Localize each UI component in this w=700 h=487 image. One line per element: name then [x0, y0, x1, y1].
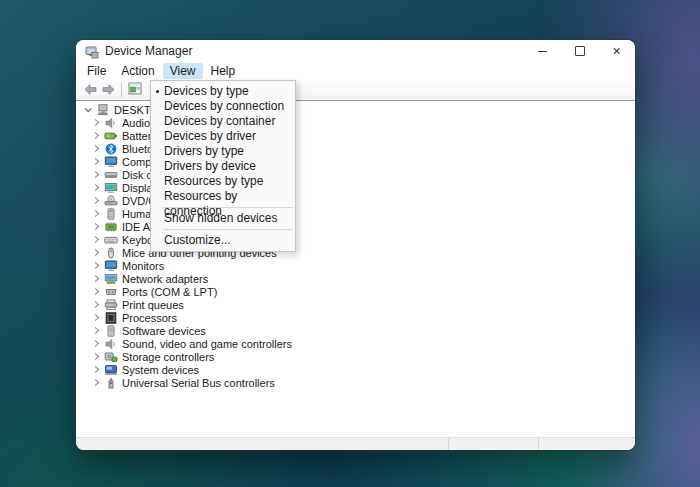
- tree-item-label: Monitors: [122, 260, 164, 272]
- menubar-item-help[interactable]: Help: [204, 63, 243, 79]
- printer-icon: [104, 299, 118, 311]
- expand-chevron-icon[interactable]: [90, 354, 101, 359]
- tree-item-universal-serial-bus-controllers[interactable]: Universal Serial Bus controllers: [76, 376, 635, 389]
- expand-chevron-icon[interactable]: [90, 302, 101, 307]
- window-title: Device Manager: [105, 44, 192, 58]
- tree-item-label: Sound, video and game controllers: [122, 338, 292, 350]
- expand-chevron-icon[interactable]: [90, 276, 101, 281]
- expand-chevron-icon[interactable]: [90, 185, 101, 190]
- tree-item-label: System devices: [122, 364, 199, 376]
- dvd-icon: [104, 195, 118, 207]
- menu-item-label: Drivers by type: [164, 144, 244, 158]
- collapse-chevron-icon[interactable]: [82, 107, 93, 112]
- menubar-item-action[interactable]: Action: [114, 63, 161, 79]
- view-menu-item-devices-by-connection[interactable]: Devices by connection: [151, 99, 295, 114]
- menu-item-label: Devices by container: [164, 114, 275, 128]
- minimize-button[interactable]: [524, 40, 561, 62]
- expand-chevron-icon[interactable]: [90, 224, 101, 229]
- expand-chevron-icon[interactable]: [90, 198, 101, 203]
- expand-chevron-icon[interactable]: [90, 120, 101, 125]
- tree-item-system-devices[interactable]: System devices: [76, 363, 635, 376]
- view-menu-item-devices-by-type[interactable]: Devices by type: [151, 84, 295, 99]
- menu-item-label: Show hidden devices: [164, 211, 277, 225]
- tree-item-label: Processors: [122, 312, 177, 324]
- tree-item-label: Universal Serial Bus controllers: [122, 377, 275, 389]
- close-button[interactable]: ×: [598, 40, 635, 62]
- statusbar-section: [539, 438, 635, 450]
- sound-icon: [104, 338, 118, 350]
- storage-icon: [104, 351, 118, 363]
- menu-item-label: Resources by type: [164, 174, 263, 188]
- view-menu: Devices by typeDevices by connectionDevi…: [150, 80, 296, 252]
- expand-chevron-icon[interactable]: [90, 367, 101, 372]
- expand-chevron-icon[interactable]: [90, 237, 101, 242]
- view-menu-item-drivers-by-type[interactable]: Drivers by type: [151, 144, 295, 159]
- network-icon: [104, 273, 118, 285]
- show-console-tree-button[interactable]: [127, 83, 143, 98]
- menu-item-label: Customize...: [164, 233, 231, 247]
- expand-chevron-icon[interactable]: [90, 263, 101, 268]
- tree-item-storage-controllers[interactable]: Storage controllers: [76, 350, 635, 363]
- monitor-icon: [104, 260, 118, 272]
- expand-chevron-icon[interactable]: [90, 289, 101, 294]
- statusbar-section: [76, 438, 449, 450]
- menu-separator: [163, 229, 293, 230]
- bluetooth-icon: [104, 143, 118, 155]
- tree-item-sound-video-and-game-controllers[interactable]: Sound, video and game controllers: [76, 337, 635, 350]
- view-menu-item-show-hidden-devices[interactable]: Show hidden devices: [151, 211, 295, 226]
- menubar-item-view[interactable]: View: [163, 63, 203, 79]
- expand-chevron-icon[interactable]: [90, 315, 101, 320]
- tree-item-ports-com-lpt[interactable]: Ports (COM & LPT): [76, 285, 635, 298]
- software-icon: [104, 325, 118, 337]
- forward-button[interactable]: [100, 83, 116, 98]
- titlebar[interactable]: Device Manager ×: [76, 40, 635, 62]
- radio-bullet-icon: [156, 90, 159, 93]
- expand-chevron-icon[interactable]: [90, 133, 101, 138]
- tree-item-network-adapters[interactable]: Network adapters: [76, 272, 635, 285]
- tree-item-print-queues[interactable]: Print queues: [76, 298, 635, 311]
- tree-item-processors[interactable]: Processors: [76, 311, 635, 324]
- monitor-icon: [104, 156, 118, 168]
- toolbar-separator: [121, 83, 122, 97]
- forward-arrow-icon: [102, 81, 115, 99]
- view-menu-item-customize[interactable]: Customize...: [151, 233, 295, 248]
- expand-chevron-icon[interactable]: [90, 341, 101, 346]
- maximize-button[interactable]: [561, 40, 598, 62]
- expand-chevron-icon[interactable]: [90, 250, 101, 255]
- menu-item-label: Devices by driver: [164, 129, 256, 143]
- expand-chevron-icon[interactable]: [90, 146, 101, 151]
- expand-chevron-icon[interactable]: [90, 380, 101, 385]
- console-window-icon: [128, 81, 142, 99]
- disk-icon: [104, 169, 118, 181]
- menu-item-label: Devices by type: [164, 84, 249, 98]
- view-menu-item-resources-by-connection[interactable]: Resources by connection: [151, 189, 295, 204]
- view-menu-item-devices-by-container[interactable]: Devices by container: [151, 114, 295, 129]
- menubar-item-file[interactable]: File: [80, 63, 113, 79]
- view-menu-item-drivers-by-device[interactable]: Drivers by device: [151, 159, 295, 174]
- device-manager-window: Device Manager × FileActionViewHelp: [76, 40, 635, 450]
- tree-item-software-devices[interactable]: Software devices: [76, 324, 635, 337]
- menu-item-label: Devices by connection: [164, 99, 284, 113]
- back-arrow-icon: [84, 81, 97, 99]
- desktop: { "window": { "title": "Device Manager",…: [0, 0, 700, 487]
- battery-icon: [104, 130, 118, 142]
- expand-chevron-icon[interactable]: [90, 328, 101, 333]
- system-icon: [104, 364, 118, 376]
- expand-chevron-icon[interactable]: [90, 159, 101, 164]
- tree-item-label: Storage controllers: [122, 351, 214, 363]
- tree-item-label: Network adapters: [122, 273, 208, 285]
- statusbar-section: [449, 438, 539, 450]
- tree-item-label: Ports (COM & LPT): [122, 286, 217, 298]
- tree-item-monitors[interactable]: Monitors: [76, 259, 635, 272]
- expand-chevron-icon[interactable]: [90, 172, 101, 177]
- audio-icon: [104, 117, 118, 129]
- expand-chevron-icon[interactable]: [90, 211, 101, 216]
- window-controls: ×: [524, 40, 635, 62]
- computer-icon: [96, 104, 110, 116]
- view-menu-item-resources-by-type[interactable]: Resources by type: [151, 174, 295, 189]
- back-button[interactable]: [82, 83, 98, 98]
- tree-item-label: Software devices: [122, 325, 206, 337]
- view-menu-item-devices-by-driver[interactable]: Devices by driver: [151, 129, 295, 144]
- usb-icon: [104, 377, 118, 389]
- hid-icon: [104, 208, 118, 220]
